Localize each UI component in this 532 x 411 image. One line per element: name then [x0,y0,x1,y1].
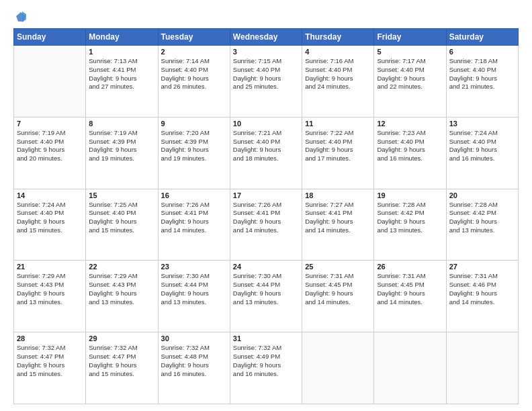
day-number: 31 [233,334,299,342]
day-cell: 3Sunrise: 7:15 AM Sunset: 4:40 PM Daylig… [230,46,302,118]
day-cell: 25Sunrise: 7:31 AM Sunset: 4:45 PM Dayli… [302,261,374,332]
day-cell: 17Sunrise: 7:26 AM Sunset: 4:41 PM Dayli… [230,189,302,261]
day-cell: 31Sunrise: 7:32 AM Sunset: 4:49 PM Dayli… [230,332,302,404]
day-cell: 29Sunrise: 7:32 AM Sunset: 4:47 PM Dayli… [86,332,158,404]
day-number: 9 [161,120,227,128]
logo-text [13,11,27,23]
day-cell: 2Sunrise: 7:14 AM Sunset: 4:40 PM Daylig… [158,46,230,118]
day-number: 3 [233,48,299,56]
day-header-tuesday: Tuesday [158,29,230,46]
day-info: Sunrise: 7:30 AM Sunset: 4:44 PM Dayligh… [161,272,227,306]
day-cell [446,332,518,404]
day-info: Sunrise: 7:13 AM Sunset: 4:41 PM Dayligh… [89,57,154,91]
day-info: Sunrise: 7:28 AM Sunset: 4:42 PM Dayligh… [449,201,515,235]
day-info: Sunrise: 7:18 AM Sunset: 4:40 PM Dayligh… [449,57,515,91]
day-info: Sunrise: 7:31 AM Sunset: 4:46 PM Dayligh… [449,272,515,306]
day-number: 12 [377,120,443,128]
day-cell: 28Sunrise: 7:32 AM Sunset: 4:47 PM Dayli… [14,332,86,404]
day-number: 17 [233,191,299,199]
day-info: Sunrise: 7:29 AM Sunset: 4:43 PM Dayligh… [89,272,154,306]
day-cell: 21Sunrise: 7:29 AM Sunset: 4:43 PM Dayli… [14,261,86,332]
day-cell: 27Sunrise: 7:31 AM Sunset: 4:46 PM Dayli… [446,261,518,332]
day-header-wednesday: Wednesday [230,29,302,46]
day-cell: 30Sunrise: 7:32 AM Sunset: 4:48 PM Dayli… [158,332,230,404]
header [13,11,519,23]
day-info: Sunrise: 7:32 AM Sunset: 4:49 PM Dayligh… [233,344,299,378]
day-number: 24 [233,263,299,271]
day-header-saturday: Saturday [446,29,518,46]
day-cell: 9Sunrise: 7:20 AM Sunset: 4:39 PM Daylig… [158,117,230,189]
day-number: 23 [161,263,227,271]
day-info: Sunrise: 7:31 AM Sunset: 4:45 PM Dayligh… [305,272,371,306]
day-cell [374,332,446,404]
day-cell: 16Sunrise: 7:26 AM Sunset: 4:41 PM Dayli… [158,189,230,261]
day-number: 7 [17,120,83,128]
day-info: Sunrise: 7:23 AM Sunset: 4:40 PM Dayligh… [377,129,443,163]
day-number: 10 [233,120,299,128]
day-cell: 24Sunrise: 7:30 AM Sunset: 4:44 PM Dayli… [230,261,302,332]
day-number: 26 [377,263,443,271]
day-cell: 18Sunrise: 7:27 AM Sunset: 4:41 PM Dayli… [302,189,374,261]
day-info: Sunrise: 7:31 AM Sunset: 4:45 PM Dayligh… [377,272,443,306]
day-cell: 14Sunrise: 7:24 AM Sunset: 4:40 PM Dayli… [14,189,86,261]
day-number: 22 [89,263,154,271]
day-cell: 7Sunrise: 7:19 AM Sunset: 4:40 PM Daylig… [14,117,86,189]
day-number: 1 [89,48,154,56]
day-number: 15 [89,191,154,199]
day-number: 8 [89,120,154,128]
day-info: Sunrise: 7:32 AM Sunset: 4:47 PM Dayligh… [89,344,154,378]
day-cell: 6Sunrise: 7:18 AM Sunset: 4:40 PM Daylig… [446,46,518,118]
day-cell: 11Sunrise: 7:22 AM Sunset: 4:40 PM Dayli… [302,117,374,189]
calendar: SundayMondayTuesdayWednesdayThursdayFrid… [13,28,519,404]
day-cell: 15Sunrise: 7:25 AM Sunset: 4:40 PM Dayli… [86,189,158,261]
day-number: 16 [161,191,227,199]
day-cell [14,46,86,118]
day-number: 28 [17,334,83,342]
day-header-thursday: Thursday [302,29,374,46]
day-info: Sunrise: 7:27 AM Sunset: 4:41 PM Dayligh… [305,201,371,235]
day-cell: 26Sunrise: 7:31 AM Sunset: 4:45 PM Dayli… [374,261,446,332]
day-info: Sunrise: 7:21 AM Sunset: 4:40 PM Dayligh… [233,129,299,163]
day-info: Sunrise: 7:30 AM Sunset: 4:44 PM Dayligh… [233,272,299,306]
day-info: Sunrise: 7:20 AM Sunset: 4:39 PM Dayligh… [161,129,227,163]
day-cell: 12Sunrise: 7:23 AM Sunset: 4:40 PM Dayli… [374,117,446,189]
day-info: Sunrise: 7:29 AM Sunset: 4:43 PM Dayligh… [17,272,83,306]
day-info: Sunrise: 7:16 AM Sunset: 4:40 PM Dayligh… [305,57,371,91]
day-info: Sunrise: 7:17 AM Sunset: 4:40 PM Dayligh… [377,57,443,91]
day-cell: 4Sunrise: 7:16 AM Sunset: 4:40 PM Daylig… [302,46,374,118]
day-number: 4 [305,48,371,56]
day-cell: 10Sunrise: 7:21 AM Sunset: 4:40 PM Dayli… [230,117,302,189]
day-number: 27 [449,263,515,271]
logo [13,11,27,23]
day-info: Sunrise: 7:19 AM Sunset: 4:39 PM Dayligh… [89,129,154,163]
day-info: Sunrise: 7:15 AM Sunset: 4:40 PM Dayligh… [233,57,299,91]
day-cell: 1Sunrise: 7:13 AM Sunset: 4:41 PM Daylig… [86,46,158,118]
page: SundayMondayTuesdayWednesdayThursdayFrid… [0,0,532,411]
day-info: Sunrise: 7:26 AM Sunset: 4:41 PM Dayligh… [161,201,227,235]
day-number: 13 [449,120,515,128]
day-info: Sunrise: 7:32 AM Sunset: 4:47 PM Dayligh… [17,344,83,378]
day-number: 6 [449,48,515,56]
day-number: 14 [17,191,83,199]
calendar-header-row: SundayMondayTuesdayWednesdayThursdayFrid… [14,29,519,46]
day-number: 29 [89,334,154,342]
day-cell: 19Sunrise: 7:28 AM Sunset: 4:42 PM Dayli… [374,189,446,261]
day-number: 19 [377,191,443,199]
day-number: 11 [305,120,371,128]
week-row-3: 14Sunrise: 7:24 AM Sunset: 4:40 PM Dayli… [14,189,519,261]
day-cell: 5Sunrise: 7:17 AM Sunset: 4:40 PM Daylig… [374,46,446,118]
day-number: 25 [305,263,371,271]
week-row-1: 1Sunrise: 7:13 AM Sunset: 4:41 PM Daylig… [14,46,519,118]
day-number: 20 [449,191,515,199]
day-info: Sunrise: 7:19 AM Sunset: 4:40 PM Dayligh… [17,129,83,163]
day-number: 30 [161,334,227,342]
day-info: Sunrise: 7:14 AM Sunset: 4:40 PM Dayligh… [161,57,227,91]
day-number: 5 [377,48,443,56]
day-number: 18 [305,191,371,199]
day-cell [302,332,374,404]
day-info: Sunrise: 7:28 AM Sunset: 4:42 PM Dayligh… [377,201,443,235]
day-number: 2 [161,48,227,56]
day-cell: 8Sunrise: 7:19 AM Sunset: 4:39 PM Daylig… [86,117,158,189]
day-info: Sunrise: 7:26 AM Sunset: 4:41 PM Dayligh… [233,201,299,235]
day-info: Sunrise: 7:32 AM Sunset: 4:48 PM Dayligh… [161,344,227,378]
